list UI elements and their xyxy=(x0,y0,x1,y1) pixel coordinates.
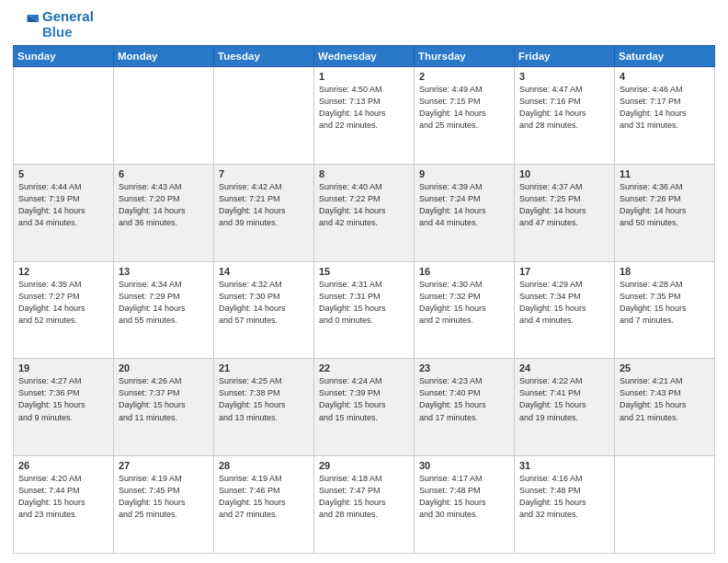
logo-text: General Blue xyxy=(42,9,94,40)
day-number: 16 xyxy=(419,266,509,277)
day-number: 14 xyxy=(219,266,309,277)
day-number: 19 xyxy=(18,362,108,373)
day-number: 11 xyxy=(620,168,710,179)
day-number: 10 xyxy=(519,168,609,179)
day-info: Sunrise: 4:34 AMSunset: 7:29 PMDaylight:… xyxy=(119,279,209,327)
header-monday: Monday xyxy=(114,46,214,67)
day-info: Sunrise: 4:26 AMSunset: 7:37 PMDaylight:… xyxy=(119,375,209,423)
day-number: 22 xyxy=(319,362,409,373)
day-number: 28 xyxy=(219,460,309,471)
empty-cell xyxy=(615,456,715,554)
day-cell-25: 25Sunrise: 4:21 AMSunset: 7:43 PMDayligh… xyxy=(615,359,715,456)
day-info: Sunrise: 4:50 AMSunset: 7:13 PMDaylight:… xyxy=(319,84,409,132)
day-cell-11: 11Sunrise: 4:36 AMSunset: 7:26 PMDayligh… xyxy=(615,164,715,261)
day-number: 8 xyxy=(319,168,409,179)
day-info: Sunrise: 4:39 AMSunset: 7:24 PMDaylight:… xyxy=(419,181,509,229)
day-number: 17 xyxy=(519,266,609,277)
day-info: Sunrise: 4:23 AMSunset: 7:40 PMDaylight:… xyxy=(419,375,509,423)
day-info: Sunrise: 4:46 AMSunset: 7:17 PMDaylight:… xyxy=(620,84,710,132)
day-number: 2 xyxy=(419,71,509,82)
day-info: Sunrise: 4:24 AMSunset: 7:39 PMDaylight:… xyxy=(319,375,409,423)
day-cell-1: 1Sunrise: 4:50 AMSunset: 7:13 PMDaylight… xyxy=(314,67,415,165)
week-row-1: 1Sunrise: 4:50 AMSunset: 7:13 PMDaylight… xyxy=(14,67,715,165)
page: General Blue SundayMondayTuesdayWednesda… xyxy=(0,0,728,563)
day-cell-5: 5Sunrise: 4:44 AMSunset: 7:19 PMDaylight… xyxy=(14,164,114,261)
day-number: 21 xyxy=(219,362,309,373)
day-cell-20: 20Sunrise: 4:26 AMSunset: 7:37 PMDayligh… xyxy=(114,359,214,456)
day-info: Sunrise: 4:21 AMSunset: 7:43 PMDaylight:… xyxy=(620,375,710,423)
day-number: 6 xyxy=(119,168,209,179)
day-number: 4 xyxy=(620,71,710,82)
day-info: Sunrise: 4:19 AMSunset: 7:45 PMDaylight:… xyxy=(119,473,209,521)
day-cell-29: 29Sunrise: 4:18 AMSunset: 7:47 PMDayligh… xyxy=(314,456,415,554)
day-number: 5 xyxy=(18,168,108,179)
day-cell-13: 13Sunrise: 4:34 AMSunset: 7:29 PMDayligh… xyxy=(114,261,214,359)
day-info: Sunrise: 4:42 AMSunset: 7:21 PMDaylight:… xyxy=(219,181,309,229)
day-cell-7: 7Sunrise: 4:42 AMSunset: 7:21 PMDaylight… xyxy=(214,164,314,261)
day-number: 1 xyxy=(319,71,409,82)
day-cell-14: 14Sunrise: 4:32 AMSunset: 7:30 PMDayligh… xyxy=(214,261,314,359)
header-tuesday: Tuesday xyxy=(214,46,314,67)
day-number: 20 xyxy=(119,362,209,373)
header-row: SundayMondayTuesdayWednesdayThursdayFrid… xyxy=(14,46,715,67)
header-thursday: Thursday xyxy=(415,46,515,67)
day-info: Sunrise: 4:31 AMSunset: 7:31 PMDaylight:… xyxy=(319,279,409,327)
day-number: 30 xyxy=(419,460,509,471)
day-cell-30: 30Sunrise: 4:17 AMSunset: 7:48 PMDayligh… xyxy=(415,456,515,554)
day-cell-28: 28Sunrise: 4:19 AMSunset: 7:46 PMDayligh… xyxy=(214,456,314,554)
day-info: Sunrise: 4:29 AMSunset: 7:34 PMDaylight:… xyxy=(519,279,609,327)
day-cell-26: 26Sunrise: 4:20 AMSunset: 7:44 PMDayligh… xyxy=(14,456,114,554)
day-cell-8: 8Sunrise: 4:40 AMSunset: 7:22 PMDaylight… xyxy=(314,164,415,261)
day-info: Sunrise: 4:44 AMSunset: 7:19 PMDaylight:… xyxy=(18,181,108,229)
day-info: Sunrise: 4:36 AMSunset: 7:26 PMDaylight:… xyxy=(620,181,710,229)
day-info: Sunrise: 4:35 AMSunset: 7:27 PMDaylight:… xyxy=(18,279,108,327)
day-cell-31: 31Sunrise: 4:16 AMSunset: 7:48 PMDayligh… xyxy=(515,456,615,554)
day-number: 27 xyxy=(119,460,209,471)
week-row-4: 19Sunrise: 4:27 AMSunset: 7:36 PMDayligh… xyxy=(14,359,715,456)
day-number: 23 xyxy=(419,362,509,373)
day-number: 24 xyxy=(519,362,609,373)
day-cell-12: 12Sunrise: 4:35 AMSunset: 7:27 PMDayligh… xyxy=(14,261,114,359)
day-number: 13 xyxy=(119,266,209,277)
day-info: Sunrise: 4:28 AMSunset: 7:35 PMDaylight:… xyxy=(620,279,710,327)
day-info: Sunrise: 4:18 AMSunset: 7:47 PMDaylight:… xyxy=(319,473,409,521)
header-sunday: Sunday xyxy=(14,46,114,67)
day-cell-17: 17Sunrise: 4:29 AMSunset: 7:34 PMDayligh… xyxy=(515,261,615,359)
day-cell-16: 16Sunrise: 4:30 AMSunset: 7:32 PMDayligh… xyxy=(415,261,515,359)
day-cell-9: 9Sunrise: 4:39 AMSunset: 7:24 PMDaylight… xyxy=(415,164,515,261)
day-info: Sunrise: 4:25 AMSunset: 7:38 PMDaylight:… xyxy=(219,375,309,423)
day-number: 9 xyxy=(419,168,509,179)
day-cell-24: 24Sunrise: 4:22 AMSunset: 7:41 PMDayligh… xyxy=(515,359,615,456)
calendar: SundayMondayTuesdayWednesdayThursdayFrid… xyxy=(13,45,715,554)
logo-icon xyxy=(13,12,39,38)
empty-cell xyxy=(114,67,214,165)
day-info: Sunrise: 4:27 AMSunset: 7:36 PMDaylight:… xyxy=(18,375,108,423)
header-wednesday: Wednesday xyxy=(314,46,415,67)
empty-cell xyxy=(14,67,114,165)
day-number: 26 xyxy=(18,460,108,471)
day-number: 12 xyxy=(18,266,108,277)
day-info: Sunrise: 4:16 AMSunset: 7:48 PMDaylight:… xyxy=(519,473,609,521)
day-number: 7 xyxy=(219,168,309,179)
empty-cell xyxy=(214,67,314,165)
day-cell-10: 10Sunrise: 4:37 AMSunset: 7:25 PMDayligh… xyxy=(515,164,615,261)
week-row-5: 26Sunrise: 4:20 AMSunset: 7:44 PMDayligh… xyxy=(14,456,715,554)
day-cell-18: 18Sunrise: 4:28 AMSunset: 7:35 PMDayligh… xyxy=(615,261,715,359)
day-number: 18 xyxy=(620,266,710,277)
day-cell-22: 22Sunrise: 4:24 AMSunset: 7:39 PMDayligh… xyxy=(314,359,415,456)
day-info: Sunrise: 4:17 AMSunset: 7:48 PMDaylight:… xyxy=(419,473,509,521)
day-cell-4: 4Sunrise: 4:46 AMSunset: 7:17 PMDaylight… xyxy=(615,67,715,165)
day-cell-23: 23Sunrise: 4:23 AMSunset: 7:40 PMDayligh… xyxy=(415,359,515,456)
day-info: Sunrise: 4:32 AMSunset: 7:30 PMDaylight:… xyxy=(219,279,309,327)
day-info: Sunrise: 4:19 AMSunset: 7:46 PMDaylight:… xyxy=(219,473,309,521)
day-cell-15: 15Sunrise: 4:31 AMSunset: 7:31 PMDayligh… xyxy=(314,261,415,359)
day-number: 29 xyxy=(319,460,409,471)
day-info: Sunrise: 4:43 AMSunset: 7:20 PMDaylight:… xyxy=(119,181,209,229)
day-number: 25 xyxy=(620,362,710,373)
day-cell-2: 2Sunrise: 4:49 AMSunset: 7:15 PMDaylight… xyxy=(415,67,515,165)
week-row-2: 5Sunrise: 4:44 AMSunset: 7:19 PMDaylight… xyxy=(14,164,715,261)
day-info: Sunrise: 4:37 AMSunset: 7:25 PMDaylight:… xyxy=(519,181,609,229)
day-cell-27: 27Sunrise: 4:19 AMSunset: 7:45 PMDayligh… xyxy=(114,456,214,554)
day-number: 31 xyxy=(519,460,609,471)
day-cell-3: 3Sunrise: 4:47 AMSunset: 7:16 PMDaylight… xyxy=(515,67,615,165)
